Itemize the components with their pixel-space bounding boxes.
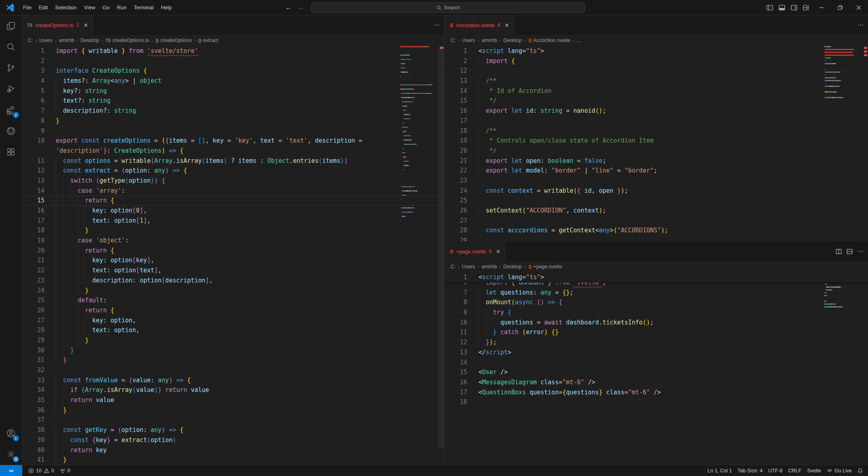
go-live-button[interactable]: Go Live [824, 468, 855, 474]
line-number[interactable]: 41 [22, 455, 44, 465]
problems-indicator[interactable]: 10 0 [25, 465, 57, 476]
activity-settings-icon[interactable] [0, 444, 22, 465]
line-number[interactable]: 17 [445, 116, 467, 126]
breadcrumb-item[interactable]: C: [451, 38, 456, 43]
line-content[interactable]: try { [467, 308, 511, 318]
line-content[interactable] [467, 176, 478, 186]
line-content[interactable] [44, 415, 56, 425]
eol-indicator[interactable]: CRLF [786, 468, 805, 474]
line-content[interactable]: text: option[1], [44, 216, 151, 226]
line-content[interactable]: text?: string [44, 96, 110, 106]
line-content[interactable]: onMount(async () => { [467, 297, 563, 308]
restore-button[interactable] [831, 0, 849, 15]
menu-edit[interactable]: Edit [35, 3, 51, 12]
line-content[interactable]: 'description'}: CreateOptions) => { [44, 146, 183, 156]
activity-github-icon[interactable] [0, 120, 22, 141]
line-content[interactable]: return key [44, 445, 107, 455]
activity-source-control-icon[interactable] [0, 57, 22, 78]
line-content[interactable]: import { [467, 56, 515, 66]
tab-close-icon[interactable]: ✕ [496, 249, 500, 255]
breadcrumb-item[interactable]: amirhb [482, 38, 497, 43]
line-number[interactable]: 9 [22, 126, 44, 136]
line-content[interactable]: */ [467, 96, 497, 106]
tab-createOptions.ts[interactable]: TScreateOptions.ts1✕ [22, 15, 93, 35]
line-content[interactable]: export let open: boolean = false; [467, 156, 606, 166]
line-number[interactable]: 13 [445, 76, 467, 86]
line-number[interactable]: 16 [445, 377, 467, 388]
breadcrumb-item[interactable]: Desktop [80, 38, 99, 43]
line-number[interactable]: 24 [445, 186, 467, 196]
activity-search-icon[interactable] [0, 36, 22, 57]
line-number[interactable]: 28 [445, 225, 467, 236]
line-number[interactable]: 11 [445, 327, 467, 337]
line-content[interactable]: case 'array': [44, 186, 125, 196]
line-number[interactable]: 30 [22, 345, 44, 356]
tab-close-icon[interactable]: ✕ [84, 22, 88, 28]
line-number[interactable]: 2 [445, 56, 467, 66]
menu-view[interactable]: View [80, 3, 99, 12]
line-content[interactable]: case 'object': [44, 236, 129, 246]
line-number[interactable]: 12 [445, 66, 467, 76]
line-content[interactable]: text: option, [44, 325, 140, 335]
scrollbar[interactable] [438, 46, 444, 465]
line-content[interactable]: const context = writable({ id, open }); [467, 186, 628, 196]
line-content[interactable]: items?: Array<any> | object [44, 76, 162, 86]
line-number[interactable]: 10 [445, 318, 467, 328]
toggle-secondary-sidebar-icon[interactable] [788, 0, 800, 15]
line-content[interactable]: description: option[description], [44, 276, 213, 286]
line-number[interactable]: 16 [445, 106, 467, 116]
line-number[interactable]: 6 [445, 282, 467, 283]
line-number[interactable]: 12 [22, 166, 44, 176]
line-number[interactable]: 28 [22, 325, 44, 335]
line-content[interactable]: switch (getType(option)) { [44, 176, 165, 186]
line-number[interactable]: 16 [22, 206, 44, 216]
editor-layout-icon[interactable] [847, 249, 853, 254]
breadcrumb-item[interactable]: Desktop [503, 38, 522, 43]
close-button[interactable] [849, 0, 868, 15]
line-content[interactable]: <script lang="ts"> [467, 46, 544, 56]
line-content[interactable]: export let model: "border" | "line" = "b… [467, 166, 657, 176]
line-content[interactable]: } [44, 286, 88, 296]
line-number[interactable]: 13 [445, 348, 467, 358]
line-content[interactable]: </script> [467, 348, 511, 358]
breadcrumb-item[interactable]: {}createOptions [156, 38, 192, 43]
breadcrumb-item[interactable]: Users [39, 38, 53, 43]
tab-+page.svelte[interactable]: S+page.svelte5✕ [445, 242, 506, 261]
line-content[interactable]: import { onMount } from 'svelte'; [467, 282, 606, 283]
line-number[interactable]: 22 [22, 265, 44, 276]
activity-extensions-icon[interactable]: 2 [0, 99, 22, 120]
breadcrumb-item[interactable]: Desktop [503, 264, 522, 270]
line-content[interactable]: key?: string [44, 86, 107, 96]
line-number[interactable]: 2 [22, 56, 44, 66]
line-number[interactable]: 37 [22, 415, 44, 425]
line-content[interactable]: description?: string [44, 106, 136, 116]
line-content[interactable]: <MessagesDiagram class="mt-6" /> [467, 377, 595, 388]
line-number[interactable]: 6 [22, 96, 44, 106]
line-number[interactable]: 24 [22, 286, 44, 296]
line-content[interactable]: } [44, 345, 74, 356]
line-number[interactable]: 34 [22, 385, 44, 395]
line-number[interactable]: 9 [445, 308, 467, 318]
line-content[interactable] [44, 56, 56, 66]
line-content[interactable]: } [44, 335, 88, 345]
line-col-indicator[interactable]: Ln 1, Col 1 [705, 468, 735, 474]
line-content[interactable] [44, 365, 56, 375]
line-content[interactable]: text: option[text], [44, 265, 162, 276]
line-number[interactable]: 19 [445, 136, 467, 146]
line-number[interactable]: 14 [445, 86, 467, 96]
menu-run[interactable]: Run [113, 3, 130, 12]
tab-size-indicator[interactable]: Tab Size: 4 [735, 468, 765, 474]
line-number[interactable]: 33 [22, 375, 44, 385]
line-number[interactable]: 38 [22, 425, 44, 435]
line-content[interactable]: default: [44, 295, 107, 305]
line-number[interactable]: 7 [22, 106, 44, 116]
line-number[interactable]: 23 [22, 276, 44, 286]
line-content[interactable] [467, 66, 478, 76]
menu-go[interactable]: Go [99, 3, 113, 12]
more-actions-icon[interactable]: ⋯ [857, 248, 864, 255]
line-content[interactable]: */ [467, 146, 497, 156]
line-content[interactable]: const options = writable(Array.isArray(i… [44, 156, 348, 166]
breadcrumb-item[interactable]: ... [577, 38, 581, 43]
ports-indicator[interactable]: 0 [57, 465, 73, 476]
line-number[interactable]: 22 [445, 166, 467, 176]
